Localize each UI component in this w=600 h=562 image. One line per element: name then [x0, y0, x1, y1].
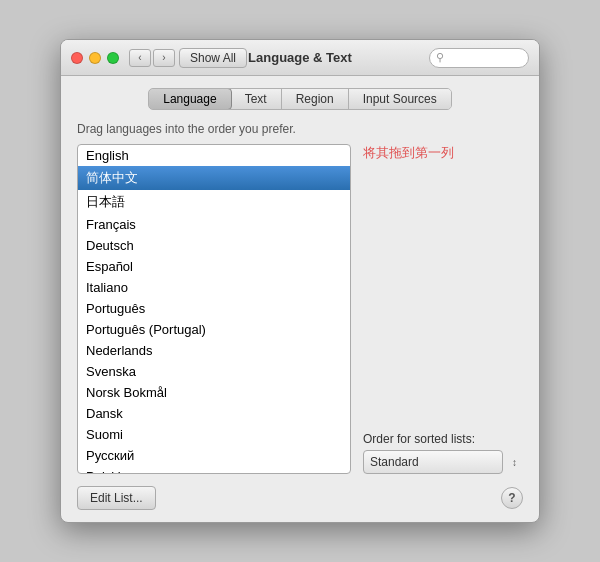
traffic-lights — [71, 52, 119, 64]
tabs: Language Text Region Input Sources — [148, 88, 451, 110]
order-section: Order for sorted lists: Standard Phonebo… — [363, 432, 523, 474]
tab-language[interactable]: Language — [148, 88, 231, 110]
tab-input-sources[interactable]: Input Sources — [349, 89, 451, 109]
order-select[interactable]: Standard Phonebook — [363, 450, 503, 474]
language-item[interactable]: Español — [78, 256, 350, 277]
right-panel: 将其拖到第一列 Order for sorted lists: Standard… — [363, 144, 523, 474]
preferences-window: ‹ › Show All Language & Text ⚲ Language … — [60, 39, 540, 523]
search-box[interactable]: ⚲ — [429, 48, 529, 68]
window-title: Language & Text — [248, 50, 352, 65]
language-item[interactable]: Svenska — [78, 361, 350, 382]
order-label: Order for sorted lists: — [363, 432, 523, 446]
edit-list-button[interactable]: Edit List... — [77, 486, 156, 510]
language-list: English简体中文日本語FrançaisDeutschEspañolItal… — [78, 145, 350, 473]
language-list-container: English简体中文日本語FrançaisDeutschEspañolItal… — [77, 144, 351, 474]
close-button[interactable] — [71, 52, 83, 64]
window-content: Language Text Region Input Sources Drag … — [61, 76, 539, 522]
help-button[interactable]: ? — [501, 487, 523, 509]
language-item[interactable]: Português — [78, 298, 350, 319]
tab-text[interactable]: Text — [231, 89, 282, 109]
nav-buttons: ‹ › — [129, 49, 175, 67]
back-button[interactable]: ‹ — [129, 49, 151, 67]
language-item[interactable]: Polski — [78, 466, 350, 473]
main-area: English简体中文日本語FrançaisDeutschEspañolItal… — [77, 144, 523, 474]
title-bar: ‹ › Show All Language & Text ⚲ — [61, 40, 539, 76]
language-item[interactable]: Deutsch — [78, 235, 350, 256]
forward-button[interactable]: › — [153, 49, 175, 67]
drag-hint: Drag languages into the order you prefer… — [77, 122, 523, 136]
annotation-text: 将其拖到第一列 — [363, 144, 523, 162]
language-item[interactable]: English — [78, 145, 350, 166]
search-icon: ⚲ — [436, 51, 444, 64]
select-wrapper: Standard Phonebook ↕ — [363, 450, 523, 474]
minimize-button[interactable] — [89, 52, 101, 64]
language-item[interactable]: 日本語 — [78, 190, 350, 214]
language-item[interactable]: Português (Portugal) — [78, 319, 350, 340]
language-item[interactable]: 简体中文 — [78, 166, 350, 190]
show-all-button[interactable]: Show All — [179, 48, 247, 68]
tabs-container: Language Text Region Input Sources — [77, 88, 523, 110]
language-item[interactable]: Suomi — [78, 424, 350, 445]
maximize-button[interactable] — [107, 52, 119, 64]
language-item[interactable]: Русский — [78, 445, 350, 466]
language-item[interactable]: Français — [78, 214, 350, 235]
language-item[interactable]: Italiano — [78, 277, 350, 298]
language-item[interactable]: Nederlands — [78, 340, 350, 361]
select-arrow-icon: ↕ — [512, 457, 517, 468]
language-item[interactable]: Dansk — [78, 403, 350, 424]
tab-region[interactable]: Region — [282, 89, 349, 109]
bottom-row: Edit List... ? — [77, 486, 523, 510]
language-item[interactable]: Norsk Bokmål — [78, 382, 350, 403]
